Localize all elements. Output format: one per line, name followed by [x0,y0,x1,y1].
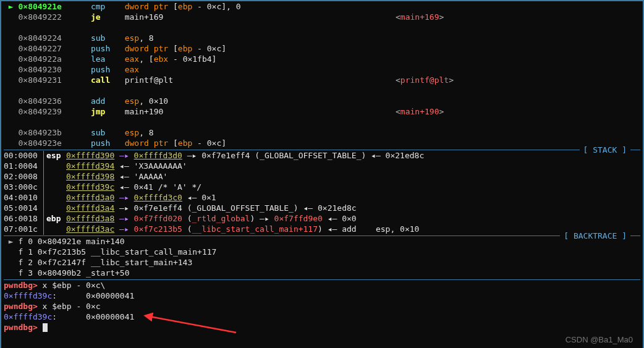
disasm-line: 0×804922a lea eax, [ebx - 0×1fb4] [4,54,640,64]
watermark: CSDN @Ba1_Ma0 [566,334,633,346]
disasm-line: 0×8049224 sub esp, 8 [4,33,640,43]
backtrace-row: ► f 0 0×804921e main+140 [4,236,640,247]
stack-row: 05:00140×ffffd3a4 —▸ 0×f7e1eff4 (_GLOBAL… [4,203,640,213]
output-line[interactable]: 0×ffffd39c: 0×00000041 [4,312,640,322]
backtrace-pane: ► f 0 0×804921e main+140 f 1 0×f7c213b5 … [4,236,640,278]
prompt-line[interactable]: pwndbg> x $ebp - 0×c\ [4,280,640,291]
stack-row: 03:000c0×ffffd39c ◂— 0×41 /* 'A' */ [4,182,640,192]
disasm-line: 0×804923e push dword ptr [ebp - 0×c] [4,138,640,148]
command-pane[interactable]: pwndbg> x $ebp - 0×c\0×ffffd39c: 0×00000… [4,280,640,333]
stack-row: 06:0018ebp0×ffffd3a8 —▸ 0×f7ffd020 (_rtl… [4,213,640,224]
stack-row: 02:00080×ffffd398 ◂— 'AAAAA' [4,171,640,182]
disasm-line: 0×8049227 push dword ptr [ebp - 0×c] [4,43,640,54]
stack-section-label: [ STACK ] [580,145,630,156]
disasm-line: 0×804923b sub esp, 8 [4,127,640,138]
backtrace-divider: [ BACKTRACE ] [4,236,640,236]
backtrace-row: f 3 0×80490b2 _start+50 [4,268,640,278]
stack-row: 00:0000esp0×ffffd390 —▸ 0×ffffd3d0 —▸ 0×… [4,150,640,161]
prompt-line[interactable]: pwndbg> [4,322,640,333]
stack-divider: [ STACK ] [4,150,640,150]
stack-row: 01:00040×ffffd394 ◂— 'X3AAAAAAA' [4,161,640,171]
disasm-line: 0×8049239 jmp main+190 <main+190> [4,106,640,117]
cmd-divider [4,279,640,280]
backtrace-row: f 1 0×f7c213b5 __libc_start_call_main+11… [4,247,640,257]
cursor [43,323,48,332]
output-line[interactable]: 0×ffffd39c: 0×00000041 [4,291,640,301]
stack-row: 04:00100×ffffd3a0 —▸ 0×ffffd3c0 ◂— 0×1 [4,192,640,203]
disasm-line: ► 0×804921e cmp dword ptr [ebp - 0×c], 0 [4,1,640,12]
disasm-line: 0×8049231 call printf@plt <printf@plt> [4,75,640,85]
disasm-line: 0×8049230 push eax [4,64,640,75]
stack-row: 07:001c0×ffffd3ac —▸ 0×f7c213b5 (__libc_… [4,224,640,234]
disasm-line: 0×8049222 je main+169 <main+169> [4,12,640,22]
terminal[interactable]: ► 0×804921e cmp dword ptr [ebp - 0×c], 0… [0,0,644,348]
disassembly-pane: ► 0×804921e cmp dword ptr [ebp - 0×c], 0… [4,1,640,148]
prompt-line[interactable]: pwndbg> x $ebp - 0×c [4,301,640,312]
backtrace-section-label: [ BACKTRACE ] [560,231,630,242]
backtrace-row: f 2 0×f7c2147f __libc_start_main+143 [4,257,640,268]
disasm-line: 0×8049236 add esp, 0×10 [4,96,640,106]
stack-pane: 00:0000esp0×ffffd390 —▸ 0×ffffd3d0 —▸ 0×… [4,150,640,234]
